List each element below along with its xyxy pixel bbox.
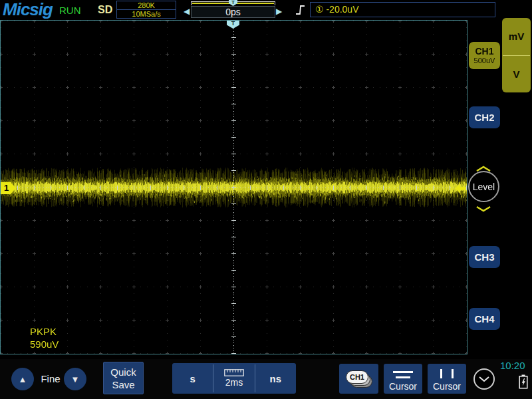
channel3-button[interactable]: CH3 [469,246,500,268]
trigger-level-knob[interactable]: Level [468,171,499,202]
up-triangle-icon: ▲ [19,374,27,384]
cursor-v-label: Cursor [433,381,461,392]
adjust-up-button[interactable]: ▲ [11,368,34,390]
measurement-value: 590uV [30,338,59,350]
channel1-scale: 500uV [474,57,495,65]
fine-mode-label[interactable]: Fine [37,373,64,384]
memory-depth[interactable]: 280K [116,1,176,10]
quick-save-line2: Save [104,378,143,391]
trigger-slope-rising-icon[interactable] [295,3,307,17]
sample-rate[interactable]: 10MSa/s [116,9,176,19]
horizontal-cursor-button[interactable]: Cursor [384,364,422,394]
quick-save-line1: Quick [104,366,143,378]
bottom-toolbar: ▲ Fine ▼ Quick Save s 2ms [0,359,532,399]
timebase-value: 2ms [225,377,243,388]
pan-right-icon[interactable]: ▶ [276,7,282,15]
ruler-icon [224,369,244,376]
measurement-label: PKPK [30,325,59,338]
waveform-canvas[interactable] [1,21,467,354]
waveform-display-area[interactable]: T 1 PKPK 590uV [0,20,467,354]
timebase-slower-button[interactable]: s [172,363,213,394]
measurement-readout: PKPK 590uV [30,325,59,350]
collapse-menu-button[interactable] [473,368,495,390]
chevron-down-icon [478,376,490,382]
channel1-label: CH1 [475,46,493,57]
vertical-unit-selector: mV V [502,18,531,92]
down-triangle-icon: ▼ [71,374,80,384]
unit-mv-button[interactable]: mV [502,18,531,55]
vertical-cursor-icon [440,369,454,378]
brand-logo: Micsig [3,0,53,20]
active-channel-button[interactable]: CH1 [339,364,378,394]
unit-v-button[interactable]: V [502,56,531,93]
channel4-button[interactable]: CH4 [469,308,500,330]
trigger-level-readout[interactable]: ① -20.0uV [310,2,495,17]
battery-charging-icon [518,374,529,389]
timebase-faster-button[interactable]: ns [255,363,296,394]
horizontal-cursor-icon [396,376,410,378]
cursor-h-label: Cursor [389,381,417,392]
timebase-group: s 2ms ns [172,363,296,394]
channel2-button[interactable]: CH2 [469,106,500,128]
timebase-value-button[interactable]: 2ms [213,363,254,394]
channel1-button[interactable]: CH1 500uV [469,42,500,69]
run-status[interactable]: RUN [59,5,81,16]
sd-card-indicator: SD [98,4,112,16]
horizontal-position-value[interactable]: 0ps [191,6,275,18]
adjust-down-button[interactable]: ▼ [64,368,86,390]
clock: 10:20 [500,360,525,371]
channel-stack-front: CH1 [346,370,368,384]
quick-save-button[interactable]: Quick Save [103,362,144,394]
pan-left-icon[interactable]: ◀ [184,7,190,15]
vertical-cursor-button[interactable]: Cursor [428,364,466,394]
horizontal-cursor-icon [393,371,413,373]
oscilloscope-screen: Micsig RUN SD 280K 10MSa/s ◀ T 0ps ▶ ① -… [0,0,532,399]
level-down-chevron-icon[interactable] [475,205,492,212]
